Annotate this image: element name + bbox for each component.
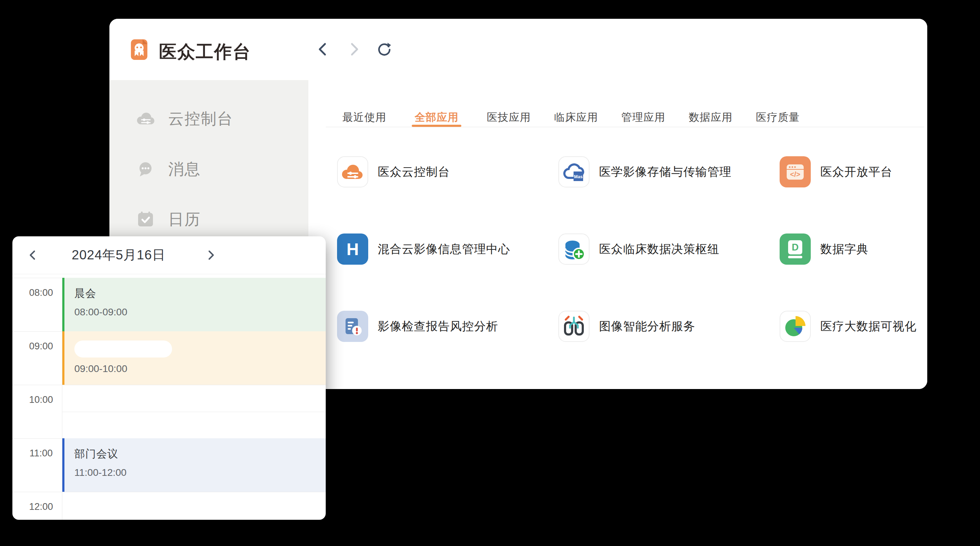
app-item-open-platform[interactable]: </> 医众开放平台 [780, 156, 927, 187]
calendar-header: 2024年5月16日 [13, 236, 326, 274]
calendar-next-button[interactable] [204, 248, 218, 262]
report-risk-icon [337, 311, 368, 342]
title-bar: 医众工作台 [110, 19, 927, 80]
calendar-panel: 2024年5月16日 08:0009:0010:0011:0012:00晨会08… [13, 236, 326, 520]
refresh-button[interactable] [375, 40, 393, 59]
medical-image-storage-icon: Mas [558, 156, 590, 187]
hour-gridline [13, 385, 326, 385]
calendar-event[interactable]: 09:00-10:00 [62, 331, 326, 385]
event-time: 11:00-12:00 [74, 467, 326, 478]
calendar-check-icon [135, 209, 156, 229]
app-label: 医学影像存储与传输管理 [599, 164, 732, 180]
image-ai-analysis-icon [558, 311, 590, 342]
app-item-hybrid-cloud[interactable]: H 混合云影像信息管理中心 [337, 233, 558, 265]
app-label: 医疗大数据可视化 [820, 319, 916, 334]
hour-gridline [13, 492, 326, 492]
orange-cloud-sliders-icon [337, 156, 368, 187]
tab-all[interactable]: 全部应用 [415, 110, 458, 129]
back-button[interactable] [314, 40, 332, 59]
chat-bubble-icon [136, 160, 155, 178]
app-label: 影像检查报告风控分析 [378, 319, 498, 334]
time-label: 11:00 [22, 448, 60, 459]
app-label: 混合云影像信息管理中心 [378, 241, 510, 257]
event-time: 08:00-09:00 [74, 307, 326, 318]
app-label: 图像智能分析服务 [599, 319, 695, 334]
chevron-left-icon [27, 249, 39, 262]
forward-button[interactable] [345, 40, 363, 59]
cloud-settings-icon [135, 109, 156, 129]
app-title: 医众工作台 [159, 40, 251, 64]
calendar-event[interactable]: 晨会08:00-09:00 [62, 278, 326, 331]
tab-quality[interactable]: 医疗质量 [756, 110, 800, 129]
half-hour-gridline [62, 412, 326, 412]
bigdata-viz-icon [780, 311, 811, 342]
code-window-icon: </> [780, 156, 811, 187]
event-title-redacted [74, 340, 172, 358]
svg-text:</>: </> [790, 171, 800, 178]
event-title: 部门会议 [74, 447, 326, 461]
app-item-image-ai[interactable]: 图像智能分析服务 [558, 311, 780, 342]
chevron-right-icon [345, 41, 362, 57]
app-item-report-risk[interactable]: 影像检查报告风控分析 [337, 311, 558, 342]
sidebar-item-messages[interactable]: 消息 [110, 144, 309, 194]
svg-text:H: H [347, 240, 359, 259]
app-logo [128, 38, 150, 61]
hybrid-cloud-center-icon: H [337, 233, 368, 265]
calendar-body: 08:0009:0010:0011:0012:00晨会08:00-09:0009… [13, 274, 326, 520]
chat-bubble-icon [135, 159, 156, 179]
lungs-scan-icon [558, 311, 590, 342]
tab-divider [326, 127, 924, 127]
calendar-check-icon [136, 211, 155, 228]
svg-text:Mas: Mas [574, 174, 582, 179]
app-label: 医众临床数据决策枢纽 [599, 241, 719, 257]
open-platform-icon: </> [780, 156, 811, 187]
tab-recent[interactable]: 最近使用 [342, 110, 386, 129]
calendar-date-title: 2024年5月16日 [65, 236, 172, 274]
nav-buttons [314, 40, 393, 59]
svg-text:D: D [792, 242, 799, 252]
app-item-cloud-console[interactable]: 医众云控制台 [337, 156, 558, 187]
time-label: 10:00 [22, 394, 60, 406]
calendar-event[interactable]: 部门会议11:00-12:00 [62, 438, 326, 492]
dictionary-book-icon: D [780, 233, 811, 265]
event-title: 晨会 [74, 286, 326, 301]
cloud-settings-icon [135, 110, 156, 127]
time-label: 08:00 [22, 287, 60, 299]
sidebar-item-label: 消息 [168, 159, 201, 180]
sidebar-item-label: 日历 [168, 209, 201, 230]
tab-data[interactable]: 数据应用 [689, 110, 732, 129]
app-label: 医众云控制台 [378, 164, 450, 180]
report-warning-icon [337, 311, 368, 342]
app-label: 医众开放平台 [820, 164, 892, 180]
time-label: 09:00 [22, 341, 60, 352]
clinical-data-hub-icon [558, 233, 590, 265]
app-label: 数据字典 [820, 241, 869, 257]
tab-medtech[interactable]: 医技应用 [487, 110, 531, 129]
pie-chart-icon [780, 311, 811, 342]
sidebar-item-label: 云控制台 [168, 109, 233, 129]
chevron-right-icon [204, 249, 217, 262]
tab-bar: 最近使用全部应用医技应用临床应用管理应用数据应用医疗质量 [342, 110, 800, 129]
tab-management[interactable]: 管理应用 [621, 110, 665, 129]
tab-clinical[interactable]: 临床应用 [554, 110, 598, 129]
app-item-image-storage[interactable]: Mas 医学影像存储与传输管理 [558, 156, 780, 187]
mascot-logo-icon [128, 38, 150, 61]
blue-cloud-mas-icon: Mas [558, 156, 590, 187]
time-label: 12:00 [22, 501, 60, 512]
app-grid: 医众云控制台 Mas 医学影像存储与传输管理 </> 医众开放平台 H 混合云影… [337, 156, 927, 342]
app-item-bigdata-viz[interactable]: 医疗大数据可视化 [780, 311, 927, 342]
data-dictionary-icon: D [780, 233, 811, 265]
cloud-console-icon [337, 156, 368, 187]
letter-square-icon: H [337, 233, 368, 265]
chevron-left-icon [315, 41, 331, 57]
database-plus-icon [558, 233, 590, 265]
app-item-data-dictionary[interactable]: D 数据字典 [780, 233, 927, 265]
refresh-icon [375, 41, 393, 58]
calendar-prev-button[interactable] [26, 248, 40, 262]
app-item-clinical-hub[interactable]: 医众临床数据决策枢纽 [558, 233, 780, 265]
event-time: 09:00-10:00 [74, 363, 326, 375]
sidebar-item-cloud-console[interactable]: 云控制台 [110, 94, 309, 144]
content-area: 最近使用全部应用医技应用临床应用管理应用数据应用医疗质量 医众云控制台 Mas … [309, 80, 927, 389]
